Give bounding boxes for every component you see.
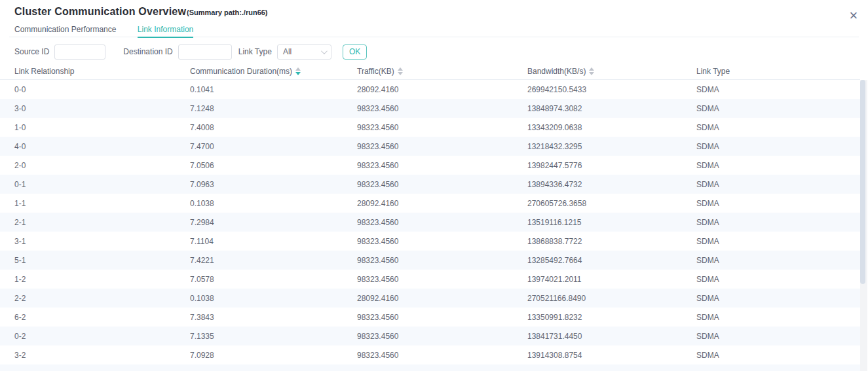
column-header-link-type: Link Type (696, 67, 860, 76)
table-cell: 270521166.8490 (527, 294, 696, 303)
tab-link-information[interactable]: Link Information (138, 22, 193, 38)
page-title: Cluster Communication Overview(Summary p… (14, 6, 268, 18)
table-cell: 0.1038 (190, 294, 357, 303)
source-id-input[interactable] (54, 44, 105, 60)
column-header-bandwidth: Bandwidth(KB/s) (527, 67, 696, 76)
table-cell: 5-1 (14, 256, 190, 265)
table-header: Link Relationship Communication Duration… (0, 63, 860, 80)
table-cell: SDMA (696, 218, 860, 227)
link-type-label: Link Type (238, 47, 272, 56)
table-cell: 0-1 (14, 180, 190, 189)
table-cell: 269942150.5433 (527, 85, 696, 94)
column-header-label: Link Type (696, 67, 730, 76)
table-cell: 7.1248 (190, 104, 357, 113)
table-cell: 0-0 (14, 85, 190, 94)
scrollbar-thumb[interactable] (860, 80, 865, 284)
table-cell: 3-0 (14, 104, 190, 113)
table-cell: 98323.4560 (357, 180, 527, 189)
table-cell: 98323.4560 (357, 256, 527, 265)
table-cell: 98323.4560 (357, 332, 527, 341)
table-cell: 7.1104 (190, 237, 357, 246)
table-cell: 13982447.5776 (527, 161, 696, 170)
sort-button-communication-duration[interactable] (295, 67, 301, 75)
column-header-label: Traffic(KB) (357, 67, 394, 76)
sort-button-bandwidth[interactable] (589, 67, 594, 75)
caret-up-icon (295, 67, 301, 71)
table-cell: 7.1335 (190, 332, 357, 341)
table-cell: 7.3843 (190, 313, 357, 322)
table-row: 0-00.104128092.4160269942150.5433SDMA (0, 80, 860, 99)
table-cell: 0.1038 (190, 199, 357, 208)
table-row: 4-07.470098323.456013218432.3295SDMA (0, 137, 860, 156)
table-cell: 4-0 (14, 142, 190, 151)
caret-down-icon (398, 72, 403, 75)
table-cell: SDMA (696, 123, 860, 132)
table-row: 3-27.092898323.456013914308.8754SDMA (0, 345, 860, 364)
table-row: 5-17.422198323.456013285492.7664SDMA (0, 251, 860, 270)
column-header-label: Bandwidth(KB/s) (527, 67, 586, 76)
table-cell: 28092.4160 (357, 294, 527, 303)
ok-button[interactable]: OK (343, 44, 367, 60)
table-cell: SDMA (696, 180, 860, 189)
caret-up-icon (589, 67, 594, 71)
table-cell: 13848974.3082 (527, 104, 696, 113)
table-cell: 28092.4160 (357, 85, 527, 94)
filter-bar: Source ID Destination ID Link Type All O… (14, 43, 367, 60)
table-cell: 13841731.4450 (527, 332, 696, 341)
table-cell: 13350991.8232 (527, 313, 696, 322)
table-row (0, 364, 860, 371)
table-cell: 3-2 (14, 351, 190, 360)
table-cell: 13343209.0638 (527, 123, 696, 132)
page-title-text: Cluster Communication Overview (14, 6, 186, 17)
destination-id-input[interactable] (178, 44, 232, 60)
table-cell: 7.4221 (190, 256, 357, 265)
tab-communication-performance[interactable]: Communication Performance (14, 22, 116, 38)
table-cell: 1-0 (14, 123, 190, 132)
destination-id-label: Destination ID (123, 47, 172, 56)
column-header-traffic: Traffic(KB) (357, 67, 527, 76)
table-row: 3-07.124898323.456013848974.3082SDMA (0, 99, 860, 118)
table-cell: 13974021.2011 (527, 275, 696, 284)
table-cell: 7.0506 (190, 161, 357, 170)
table-cell: 98323.4560 (357, 237, 527, 246)
source-id-label: Source ID (14, 47, 49, 56)
table-row: 1-27.057898323.456013974021.2011SDMA (0, 270, 860, 289)
table-row: 3-17.110498323.456013868838.7722SDMA (0, 232, 860, 251)
table-cell: 13519116.1215 (527, 218, 696, 227)
table-cell: 1-2 (14, 275, 190, 284)
table-cell: 270605726.3658 (527, 199, 696, 208)
table-cell: 1-1 (14, 199, 190, 208)
chevron-down-icon (321, 48, 328, 54)
table-cell: SDMA (696, 256, 860, 265)
close-icon[interactable]: × (846, 8, 861, 24)
table-cell: 98323.4560 (357, 142, 527, 151)
table-row: 1-07.400898323.456013343209.0638SDMA (0, 118, 860, 137)
cluster-communication-overview-panel: Cluster Communication Overview(Summary p… (0, 0, 868, 371)
column-header-communication-duration: Communication Duration(ms) (190, 67, 357, 76)
table-cell: SDMA (696, 142, 860, 151)
table-row: 2-07.050698323.456013982447.5776SDMA (0, 156, 860, 175)
table-cell: 2-2 (14, 294, 190, 303)
table-cell: 98323.4560 (357, 313, 527, 322)
table-cell: 2-1 (14, 218, 190, 227)
table-row: 0-27.133598323.456013841731.4450SDMA (0, 327, 860, 345)
table-cell: SDMA (696, 332, 860, 341)
table-cell: SDMA (696, 237, 860, 246)
table-cell: SDMA (696, 85, 860, 94)
link-type-select[interactable]: All (277, 44, 331, 60)
table-cell: 13914308.8754 (527, 351, 696, 360)
table-cell: 98323.4560 (357, 218, 527, 227)
table-cell: SDMA (696, 351, 860, 360)
table-cell: SDMA (696, 275, 860, 284)
column-header-label: Link Relationship (14, 67, 74, 76)
table-cell: 98323.4560 (357, 351, 527, 360)
table-row: 2-20.103828092.4160270521166.8490SDMA (0, 289, 860, 308)
table-cell: 13868838.7722 (527, 237, 696, 246)
table-cell: 98323.4560 (357, 275, 527, 284)
table-cell: 98323.4560 (357, 123, 527, 132)
table-cell: SDMA (696, 294, 860, 303)
table-cell: 2-0 (14, 161, 190, 170)
summary-path: (Summary path:./run66) (187, 9, 267, 16)
table-row: 2-17.298498323.456013519116.1215SDMA (0, 213, 860, 232)
sort-button-traffic[interactable] (398, 67, 403, 75)
